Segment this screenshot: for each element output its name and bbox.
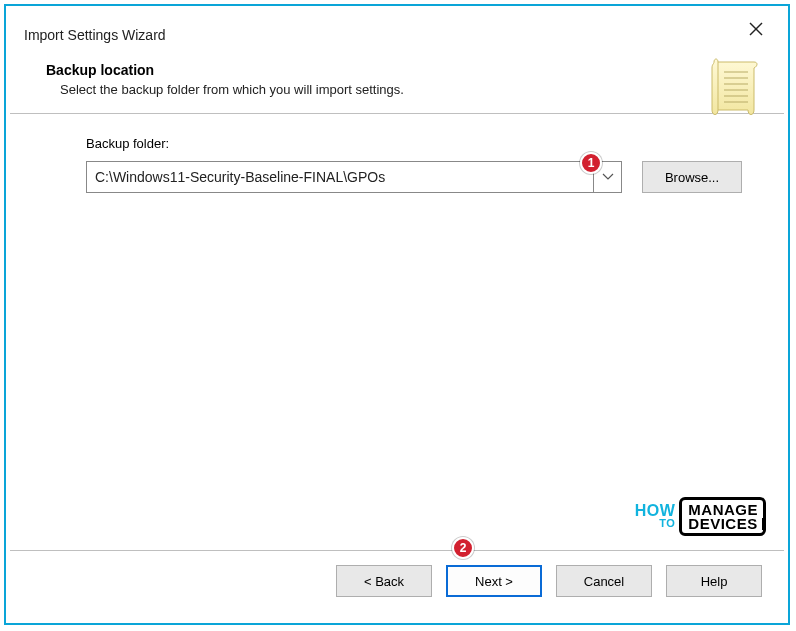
window-title: Import Settings Wizard	[24, 27, 166, 43]
watermark-box: MANAGE DEVICES	[679, 497, 766, 537]
page-subtext: Select the backup folder from which you …	[60, 82, 760, 97]
wizard-content: Backup folder: Browse... 1 HOW TO MANAGE	[10, 114, 784, 551]
watermark-how: HOW TO	[635, 504, 676, 528]
folder-row: Browse...	[86, 161, 760, 193]
backup-folder-label: Backup folder:	[86, 136, 760, 151]
wizard-footer: 2 < Back Next > Cancel Help	[10, 551, 784, 619]
watermark: HOW TO MANAGE DEVICES	[635, 497, 766, 537]
next-button[interactable]: Next >	[446, 565, 542, 597]
close-icon[interactable]	[742, 21, 770, 49]
backup-folder-input[interactable]	[87, 162, 593, 192]
wizard-header: Backup location Select the backup folder…	[10, 50, 784, 114]
window-inner: Import Settings Wizard Backup location S…	[10, 10, 784, 619]
titlebar: Import Settings Wizard	[10, 10, 784, 50]
back-button[interactable]: < Back	[336, 565, 432, 597]
window-frame: Import Settings Wizard Backup location S…	[4, 4, 790, 625]
annotation-marker-1: 1	[580, 152, 602, 174]
annotation-marker-2: 2	[452, 537, 474, 559]
document-scroll-icon	[706, 56, 762, 120]
browse-button[interactable]: Browse...	[642, 161, 742, 193]
watermark-to-text: TO	[635, 519, 676, 529]
backup-folder-combobox[interactable]	[86, 161, 622, 193]
cancel-button[interactable]: Cancel	[556, 565, 652, 597]
help-button[interactable]: Help	[666, 565, 762, 597]
watermark-cursor-icon	[762, 518, 765, 530]
watermark-line2: DEVICES	[688, 517, 758, 531]
page-heading: Backup location	[46, 62, 760, 78]
